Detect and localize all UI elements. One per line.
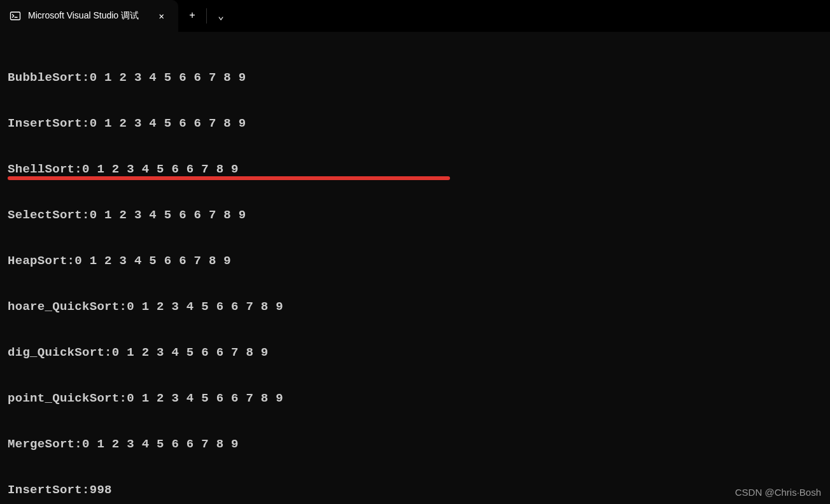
terminal-output: BubbleSort:0 1 2 3 4 5 6 6 7 8 9 InsertS… (0, 32, 830, 504)
output-line: BubbleSort:0 1 2 3 4 5 6 6 7 8 9 (8, 70, 822, 85)
output-line: hoare_QuickSort:0 1 2 3 4 5 6 6 7 8 9 (8, 299, 822, 314)
output-line: point_QuickSort:0 1 2 3 4 5 6 6 7 8 9 (8, 391, 822, 406)
output-line: dig_QuickSort:0 1 2 3 4 5 6 6 7 8 9 (8, 345, 822, 360)
tab-actions: + ⌄ (178, 0, 235, 32)
tab-close-button[interactable]: ✕ (155, 10, 168, 23)
watermark-text: CSDN @Chris·Bosh (735, 487, 821, 498)
output-line: HeapSort:0 1 2 3 4 5 6 6 7 8 9 (8, 253, 822, 269)
terminal-icon (9, 10, 22, 22)
svg-rect-0 (11, 12, 20, 20)
output-line: InsertSort:998 (8, 482, 822, 498)
tab-title: Microsoft Visual Studio 调试 (28, 10, 139, 22)
new-tab-button[interactable]: + (178, 0, 206, 32)
window-titlebar: Microsoft Visual Studio 调试 ✕ + ⌄ (0, 0, 830, 32)
plus-icon: + (189, 10, 195, 22)
output-line: InsertSort:0 1 2 3 4 5 6 6 7 8 9 (8, 116, 822, 131)
tab-dropdown-button[interactable]: ⌄ (207, 0, 235, 32)
tab-active[interactable]: Microsoft Visual Studio 调试 ✕ (0, 0, 178, 32)
chevron-down-icon: ⌄ (218, 10, 224, 22)
output-line: ShellSort:0 1 2 3 4 5 6 6 7 8 9 (8, 162, 822, 177)
output-line: MergeSort:0 1 2 3 4 5 6 6 7 8 9 (8, 437, 822, 452)
output-line: SelectSort:0 1 2 3 4 5 6 6 7 8 9 (8, 207, 822, 223)
